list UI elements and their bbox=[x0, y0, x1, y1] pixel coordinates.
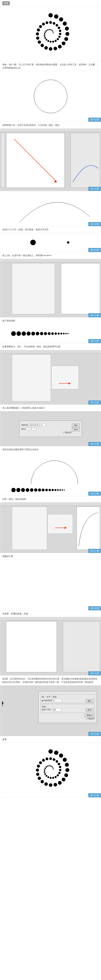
spiral-dots-svg bbox=[29, 12, 72, 56]
svg-point-139 bbox=[49, 749, 53, 754]
axis-vertical[interactable]: ○ 垂直 bbox=[51, 696, 57, 698]
watermark: 设计之家 bbox=[88, 793, 101, 797]
svg-point-40 bbox=[50, 29, 51, 30]
svg-point-146 bbox=[62, 778, 65, 781]
spacing-select[interactable]: 指定的距离 bbox=[29, 423, 39, 427]
svg-marker-66 bbox=[69, 382, 71, 385]
step-9-text: 好第一描边→描边的线框 bbox=[0, 496, 101, 502]
orient-opt-2[interactable]: ◠ bbox=[32, 428, 36, 430]
illustrator-ui-3: 设计之家 bbox=[0, 350, 101, 405]
svg-point-25 bbox=[59, 33, 62, 35]
svg-point-183 bbox=[53, 769, 54, 770]
svg-point-168 bbox=[52, 777, 54, 779]
svg-point-155 bbox=[37, 765, 39, 768]
svg-point-180 bbox=[51, 766, 52, 767]
preview-checkbox[interactable]: ☐ 预览(P) bbox=[63, 431, 72, 434]
dots-row-image: 设计之家 bbox=[0, 324, 101, 344]
svg-point-13 bbox=[38, 41, 41, 44]
watermark: 设计之家 bbox=[88, 313, 101, 317]
right-panels[interactable] bbox=[71, 133, 100, 188]
watermark: 设计之家 bbox=[88, 187, 101, 191]
dropdown-menu[interactable] bbox=[12, 507, 47, 550]
svg-point-12 bbox=[41, 44, 44, 47]
step-8-text: 现在先阅读这圆的看样子照到之前自己 bbox=[0, 446, 101, 453]
svg-point-150 bbox=[44, 782, 48, 786]
svg-point-179 bbox=[50, 765, 51, 766]
spacing-number-input[interactable]: 12 bbox=[40, 424, 46, 426]
orient-opt-1[interactable]: ▭ bbox=[26, 428, 31, 430]
svg-point-67 bbox=[11, 488, 16, 492]
svg-point-49 bbox=[11, 331, 16, 336]
svg-point-11 bbox=[44, 46, 48, 49]
svg-point-51 bbox=[22, 331, 26, 336]
dropdown-menu[interactable] bbox=[12, 354, 51, 401]
svg-point-32 bbox=[46, 39, 47, 41]
svg-point-58 bbox=[51, 332, 54, 335]
watermark: 设计之家 bbox=[88, 339, 101, 343]
axis-angle-input[interactable]: 0° bbox=[52, 699, 62, 702]
cancel-button[interactable]: 取消 bbox=[72, 428, 80, 431]
svg-point-10 bbox=[49, 47, 52, 51]
dropdown-menu[interactable] bbox=[12, 263, 55, 314]
svg-point-21 bbox=[52, 22, 55, 25]
svg-point-74 bbox=[42, 488, 44, 491]
ok-button[interactable]: 确定 bbox=[85, 699, 93, 703]
circle-image: 设计之家 bbox=[0, 71, 101, 122]
svg-point-165 bbox=[58, 772, 60, 774]
toolbar[interactable] bbox=[1, 133, 5, 188]
svg-point-36 bbox=[44, 32, 46, 33]
axis-label: 轴: bbox=[42, 696, 44, 698]
svg-point-151 bbox=[41, 780, 44, 783]
detail-button[interactable]: 详情 bbox=[2, 1, 10, 5]
svg-point-70 bbox=[25, 488, 29, 492]
relative-select[interactable]: 页面 bbox=[52, 708, 62, 711]
watermark: 设计之家 bbox=[88, 118, 101, 122]
canvas-area bbox=[6, 621, 57, 672]
svg-point-56 bbox=[44, 332, 47, 335]
copy-button[interactable]: 复制(C) bbox=[85, 714, 95, 718]
svg-point-4 bbox=[65, 27, 69, 30]
step-10-text: 调整好位置 bbox=[0, 553, 101, 560]
svg-point-47 bbox=[30, 240, 36, 245]
svg-point-2 bbox=[59, 18, 63, 22]
axis-horizontal[interactable]: ○ 水平 bbox=[45, 696, 50, 698]
rotate-dialog: 轴: ○ 水平 ○ 垂直 ◉ 倾斜角度 0° 确定 选项 相对于(O): 页面 … bbox=[38, 691, 97, 723]
svg-point-24 bbox=[59, 30, 61, 32]
cancel-button[interactable]: 取消 bbox=[85, 708, 93, 712]
svg-point-15 bbox=[36, 32, 39, 35]
svg-point-62 bbox=[63, 333, 65, 334]
svg-point-68 bbox=[16, 488, 21, 492]
preview-checkbox[interactable]: ☐ 预览(P) bbox=[86, 718, 95, 720]
watermark: 设计之家 bbox=[88, 671, 101, 675]
step-3-text: 绘制2个大小不一的圆，填充黑色，垂直水平对齐 bbox=[0, 226, 101, 233]
red-arrow-line bbox=[14, 139, 57, 182]
svg-point-55 bbox=[40, 332, 43, 336]
ok-button[interactable]: 确定 bbox=[72, 423, 80, 427]
svg-point-7 bbox=[62, 41, 65, 45]
spacing-label: 间距(S): bbox=[22, 424, 28, 426]
svg-point-6 bbox=[64, 37, 68, 41]
svg-point-53 bbox=[31, 332, 35, 336]
right-panels[interactable] bbox=[63, 621, 100, 672]
svg-point-61 bbox=[60, 332, 62, 334]
step-4-text: 然上2步，先选中第一描边条路上，再联通ctrl+alt+N bbox=[0, 252, 101, 259]
illustrator-ui-1: 设计之家 bbox=[0, 128, 101, 191]
svg-point-5 bbox=[65, 32, 69, 36]
illustrator-ui-2: 设计之家 bbox=[0, 259, 101, 318]
canvas-area[interactable] bbox=[6, 133, 65, 188]
watermark: 设计之家 bbox=[88, 442, 101, 446]
svg-point-50 bbox=[16, 331, 21, 336]
axis-angle[interactable]: ◉ 倾斜角度 bbox=[42, 699, 52, 702]
app-menu-bar bbox=[0, 502, 101, 506]
svg-point-31 bbox=[47, 40, 49, 42]
svg-point-64 bbox=[68, 333, 69, 334]
options-label: 选项 bbox=[42, 706, 46, 708]
svg-point-173 bbox=[44, 771, 45, 773]
svg-point-27 bbox=[57, 38, 59, 40]
svg-point-35 bbox=[44, 33, 45, 35]
svg-point-171 bbox=[46, 775, 47, 776]
svg-point-77 bbox=[52, 489, 54, 491]
svg-point-166 bbox=[57, 774, 59, 776]
svg-point-0 bbox=[49, 13, 53, 18]
blend-dialog-image: 间距(S): 指定的距离 12 确定 取向: ▭ ◠ 取消 ☐ 预览(P) 设计… bbox=[0, 411, 101, 446]
